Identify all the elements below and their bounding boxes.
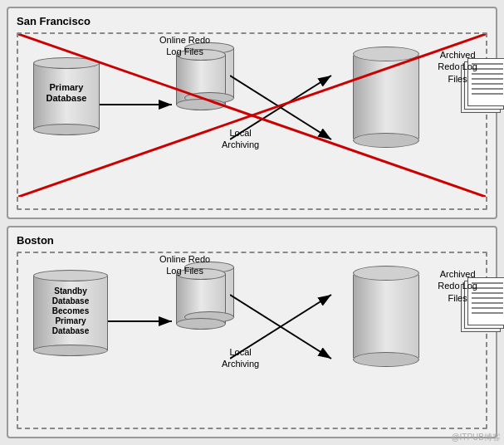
sf-primary-db-label: Primary Database [33, 82, 100, 104]
boston-standby-db: StandbyDatabaseBecomesPrimaryDatabase [33, 270, 108, 356]
boston-arrow1 [108, 313, 179, 330]
sf-archived-cyl [353, 46, 419, 148]
sf-redo-label: Online RedoLog Files [159, 34, 210, 58]
boston-section: Boston StandbyDatabaseBecomesPrimaryData… [7, 226, 497, 438]
svg-line-13 [230, 295, 331, 359]
sf-archived-label: ArchivedRedo LogFiles [438, 49, 477, 85]
main-container: San Francisco Primary Database [0, 0, 504, 445]
sf-inner-box: Primary Database Online RedoLog Files [17, 32, 487, 210]
svg-line-7 [230, 76, 331, 139]
boston-standby-label: StandbyDatabaseBecomesPrimaryDatabase [33, 286, 108, 336]
sf-primary-db: Primary Database [33, 57, 100, 135]
boston-archived-label: ArchivedRedo LogFiles [438, 268, 477, 304]
sf-arrow3 [230, 71, 338, 146]
boston-archived-cyl [353, 266, 419, 367]
boston-arrow3 [230, 291, 338, 365]
watermark: @ITPUB博客 [451, 432, 501, 443]
sf-section: San Francisco Primary Database [7, 7, 497, 219]
boston-inner-box: StandbyDatabaseBecomesPrimaryDatabase On… [17, 252, 487, 429]
sf-title: San Francisco [17, 15, 487, 27]
sf-arrow1 [100, 96, 179, 113]
boston-redo-label: Online RedoLog Files [159, 253, 210, 277]
boston-title: Boston [17, 234, 487, 247]
